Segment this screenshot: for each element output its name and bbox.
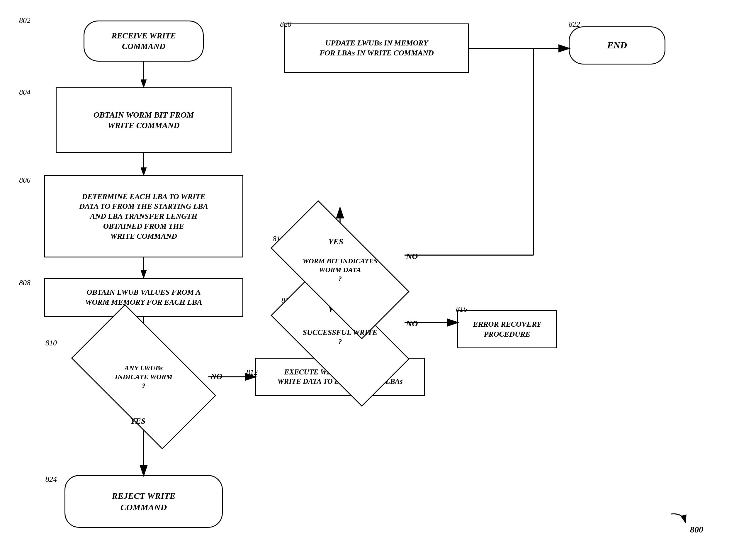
node-806: DETERMINE EACH LBA TO WRITEDATA TO FROM … (44, 175, 243, 257)
edge-label-yes-810: YES (130, 416, 146, 426)
node-804-label: OBTAIN WORM BIT FROMWRITE COMMAND (94, 110, 194, 131)
node-822: END (569, 26, 666, 65)
node-824: REJECT WRITECOMMAND (64, 475, 223, 528)
ref-810: 810 (46, 339, 57, 348)
edge-label-yes-818: YES (328, 237, 343, 246)
node-802-label: RECEIVE WRITECOMMAND (111, 30, 176, 52)
ref-824: 824 (46, 475, 57, 484)
node-820-label: UPDATE LWUBs IN MEMORYFOR LBAs IN WRITE … (319, 38, 434, 58)
node-810-label: ANY LWUBsINDICATE WORM? (115, 363, 172, 390)
node-810: ANY LWUBsINDICATE WORM? (79, 339, 208, 415)
edge-label-no-810: NO (210, 372, 222, 381)
node-824-label: REJECT WRITECOMMAND (112, 490, 175, 513)
figure-number: 800 (690, 525, 703, 535)
node-816-label: ERROR RECOVERYPROCEDURE (473, 319, 542, 339)
figure-arrow-decoration (668, 511, 692, 529)
node-816: ERROR RECOVERYPROCEDURE (457, 310, 557, 348)
edge-label-no-814: NO (406, 319, 418, 328)
ref-808: 808 (19, 279, 30, 287)
ref-804: 804 (19, 88, 30, 97)
node-808-label: OBTAIN LWUB VALUES FROM AWORM MEMORY FOR… (85, 287, 202, 307)
node-818-label: WORM BIT INDICATESWORM DATA? (303, 257, 377, 283)
ref-802: 802 (19, 16, 30, 25)
node-804: OBTAIN WORM BIT FROMWRITE COMMAND (56, 87, 232, 153)
node-802: RECEIVE WRITECOMMAND (83, 21, 204, 61)
node-822-label: END (607, 39, 627, 52)
node-808: OBTAIN LWUB VALUES FROM AWORM MEMORY FOR… (44, 278, 243, 317)
node-814-label: SUCCESSFUL WRITE? (303, 328, 377, 347)
node-820: UPDATE LWUBs IN MEMORYFOR LBAs IN WRITE … (284, 23, 469, 73)
ref-806: 806 (19, 176, 30, 185)
node-806-label: DETERMINE EACH LBA TO WRITEDATA TO FROM … (79, 192, 208, 241)
edge-label-no-818: NO (406, 252, 418, 261)
